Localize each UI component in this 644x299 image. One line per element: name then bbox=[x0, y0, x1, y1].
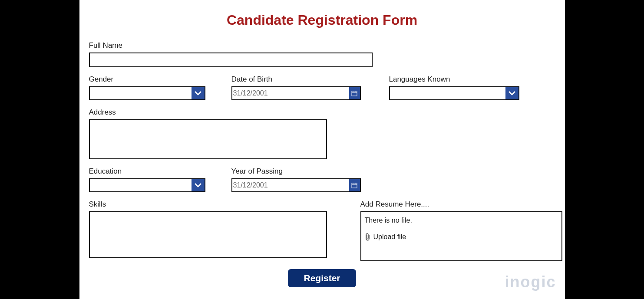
yop-input[interactable]: 31/12/2001 bbox=[232, 179, 349, 191]
skills-input[interactable] bbox=[89, 211, 327, 258]
address-field: Address bbox=[89, 108, 327, 159]
gender-select-value bbox=[90, 87, 192, 99]
calendar-icon bbox=[351, 90, 357, 96]
yop-label: Year of Passing bbox=[231, 167, 361, 176]
languages-select[interactable] bbox=[389, 86, 519, 100]
dob-field: Date of Birth 31/12/2001 bbox=[231, 75, 361, 100]
dob-calendar-button[interactable] bbox=[349, 87, 360, 99]
gender-label: Gender bbox=[89, 75, 205, 84]
education-label: Education bbox=[89, 167, 205, 176]
address-label: Address bbox=[89, 108, 327, 117]
address-input[interactable] bbox=[89, 119, 327, 159]
yop-calendar-button[interactable] bbox=[349, 179, 360, 191]
watermark-logo: inogic bbox=[505, 273, 556, 291]
skills-label: Skills bbox=[89, 200, 327, 209]
svg-rect-4 bbox=[352, 183, 357, 188]
chevron-down-icon bbox=[195, 183, 201, 187]
gender-dropdown-button[interactable] bbox=[192, 87, 205, 99]
education-field: Education bbox=[89, 167, 205, 192]
register-button[interactable]: Register bbox=[288, 269, 356, 287]
gender-field: Gender bbox=[89, 75, 205, 100]
languages-label: Languages Known bbox=[389, 75, 519, 84]
upload-file-label: Upload file bbox=[373, 233, 406, 241]
fullname-field: Full Name bbox=[89, 41, 373, 67]
education-select[interactable] bbox=[89, 178, 205, 192]
upload-file-button[interactable]: Upload file bbox=[365, 233, 558, 241]
resume-label: Add Resume Here.... bbox=[360, 200, 562, 209]
education-dropdown-button[interactable] bbox=[192, 179, 205, 191]
education-select-value bbox=[90, 179, 192, 191]
yop-field: Year of Passing 31/12/2001 bbox=[231, 167, 361, 192]
fullname-label: Full Name bbox=[89, 41, 373, 50]
dob-input-wrap[interactable]: 31/12/2001 bbox=[231, 86, 361, 100]
languages-field: Languages Known bbox=[389, 75, 519, 100]
chevron-down-icon bbox=[195, 91, 201, 95]
page-title: Candidate Registration Form bbox=[89, 12, 555, 28]
calendar-icon bbox=[351, 182, 357, 188]
yop-input-wrap[interactable]: 31/12/2001 bbox=[231, 178, 361, 192]
chevron-down-icon bbox=[509, 91, 515, 95]
skills-field: Skills bbox=[89, 200, 327, 261]
form-page: Candidate Registration Form Full Name Ge… bbox=[79, 0, 565, 299]
resume-field: Add Resume Here.... There is no file. Up… bbox=[360, 200, 562, 261]
dob-label: Date of Birth bbox=[231, 75, 361, 84]
paperclip-icon bbox=[365, 233, 371, 241]
languages-select-value bbox=[390, 87, 505, 99]
fullname-input[interactable] bbox=[89, 53, 373, 67]
dob-input[interactable]: 31/12/2001 bbox=[232, 87, 349, 99]
languages-dropdown-button[interactable] bbox=[505, 87, 519, 99]
gender-select[interactable] bbox=[89, 86, 205, 100]
resume-upload-box: There is no file. Upload file bbox=[360, 211, 562, 261]
svg-rect-0 bbox=[352, 91, 357, 96]
resume-status-text: There is no file. bbox=[365, 217, 558, 224]
